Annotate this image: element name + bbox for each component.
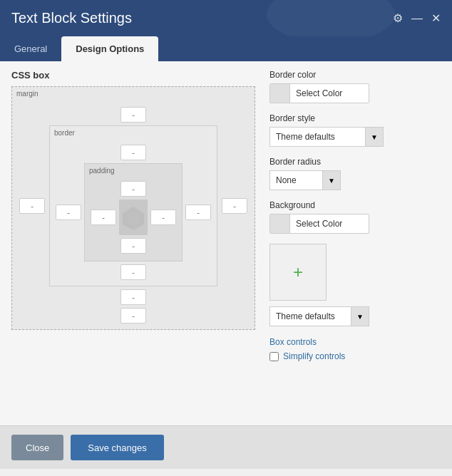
background-group: Background Select Color [269,200,441,234]
border-style-arrow[interactable]: ▼ [365,127,384,147]
border-style-value: Theme defaults [269,127,365,147]
border-color-btn-label: Select Color [290,88,348,98]
window-controls: ⚙ — ✕ [393,11,441,25]
margin-left-input[interactable] [19,198,45,214]
border-radius-arrow[interactable]: ▼ [322,170,341,190]
theme-defaults-group: Theme defaults ▼ [269,306,441,326]
padding-left-input[interactable] [91,209,116,225]
simplify-controls-row: Simplify controls [269,351,441,361]
border-bottom-input[interactable] [120,264,146,280]
box-controls-link[interactable]: Box controls [269,337,317,347]
border-color-swatch [270,83,290,103]
theme-defaults-arrow[interactable]: ▼ [351,306,369,326]
tab-bar: General Design Options [0,36,452,61]
margin-top-input[interactable] [120,107,146,123]
border-radius-group: Border radius None ▼ [269,157,441,190]
tab-general[interactable]: General [0,36,61,61]
right-panel: Border color Select Color Border style T… [269,70,441,417]
padding-bottom-input[interactable] [120,238,146,254]
border-style-group: Border style Theme defaults ▼ [269,113,441,147]
border-right-input[interactable] [185,205,211,220]
simplify-controls-checkbox[interactable] [269,352,279,361]
image-placeholder[interactable]: + [269,244,327,301]
border-color-button[interactable]: Select Color [269,83,369,103]
margin-right-input[interactable] [222,198,247,214]
border-color-group: Border color Select Color [269,70,441,103]
border-left-input[interactable] [56,205,81,220]
border-radius-select: None ▼ [269,170,341,190]
content-icon-area [119,200,148,235]
padding-top-input[interactable] [120,181,146,197]
content-area: CSS box margin border [0,61,452,425]
padding-label: padding [89,167,115,175]
simplify-controls-label[interactable]: Simplify controls [283,351,345,361]
background-color-button[interactable]: Select Color [269,214,369,234]
border-style-label: Border style [269,113,441,123]
border-style-select: Theme defaults ▼ [269,127,384,147]
extra-bottom-input[interactable] [120,308,146,324]
footer: Close Save changes [0,425,452,469]
close-icon[interactable]: ✕ [431,11,441,25]
minimize-icon[interactable]: — [411,12,423,25]
save-button[interactable]: Save changes [71,435,163,460]
border-radius-label: Border radius [269,157,441,167]
block-icon [119,203,148,232]
background-label: Background [269,200,441,210]
add-image-icon: + [293,262,303,282]
padding-right-input[interactable] [150,209,176,225]
tab-design-options[interactable]: Design Options [61,36,158,61]
css-box-title: CSS box [11,70,255,81]
window-title: Text Block Settings [11,10,132,26]
border-color-label: Border color [269,70,441,80]
theme-defaults-value: Theme defaults [269,306,351,326]
left-panel: CSS box margin border [11,70,255,417]
css-box-outer: margin border [11,86,255,330]
margin-label: margin [16,90,38,98]
theme-defaults-select: Theme defaults ▼ [269,306,369,326]
border-top-input[interactable] [120,145,146,160]
border-label: border [54,129,75,137]
background-color-btn-label: Select Color [290,219,348,229]
main-area: CSS box margin border [0,61,452,469]
close-button[interactable]: Close [11,435,63,460]
background-color-swatch [270,214,290,234]
padding-box: padding [84,163,183,262]
gear-icon[interactable]: ⚙ [393,11,403,25]
margin-bottom-input[interactable] [120,289,146,305]
border-box: border padding [49,125,217,286]
title-bar: Text Block Settings ⚙ — ✕ [0,0,452,36]
border-radius-value: None [269,170,322,190]
